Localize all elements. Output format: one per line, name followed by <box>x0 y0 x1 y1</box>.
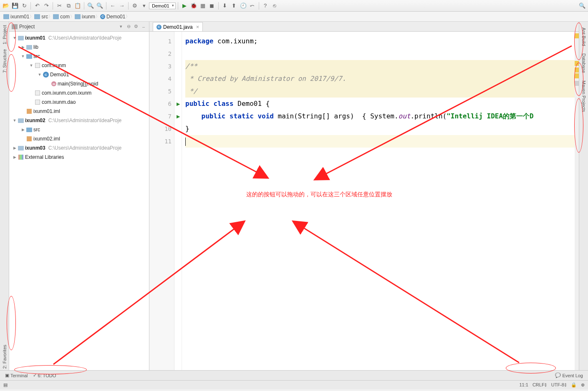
scroll-from-icon[interactable]: ▾ <box>118 24 124 30</box>
project-tree[interactable]: ▼ixunm01C:\Users\Administrator\IdeaProje… <box>9 32 149 370</box>
bc-project[interactable]: ixunm01 <box>2 13 33 20</box>
paste-icon[interactable]: 📋 <box>73 2 82 10</box>
run-gutter: ▶ ▶ <box>174 32 182 370</box>
run-line-icon[interactable]: ▶ <box>174 110 182 123</box>
tab-eventlog[interactable]: 💬Event Log <box>553 372 585 379</box>
collapse-icon[interactable]: ⊖ <box>126 24 131 30</box>
cut-icon[interactable]: ✂ <box>55 2 63 10</box>
status-bar: ▤ 11:1 CRLF‡ UTF-8‡ 🔒 ⊕ <box>0 380 588 389</box>
tab-file[interactable]: C Demo01.java × <box>153 22 203 31</box>
debug-icon[interactable]: 🐞 <box>189 2 198 10</box>
tab-terminal[interactable]: ▣Terminal <box>3 372 30 379</box>
vcs-push-icon[interactable]: ⬆ <box>230 2 238 10</box>
tree-src[interactable]: ▼src <box>9 52 149 61</box>
tree-ext[interactable]: ▶External Libraries <box>9 153 149 162</box>
tree-pkg1[interactable]: ▼com.ixunm <box>9 61 149 70</box>
tree-iml2[interactable]: ixunm02.iml <box>9 134 149 143</box>
open-icon[interactable]: 📂 <box>2 2 10 10</box>
undo-icon[interactable]: ↶ <box>33 2 41 10</box>
tree-root2[interactable]: ▼ixunm02C:\Users\Administrator\IdeaProje <box>9 116 149 125</box>
bc-ixunm[interactable]: ixunm <box>73 13 98 20</box>
forward-icon[interactable]: → <box>118 2 126 10</box>
gear-icon[interactable]: ⚙ <box>133 24 139 30</box>
hide-icon[interactable]: – <box>141 24 146 30</box>
close-icon[interactable]: × <box>196 24 199 30</box>
tree-src2[interactable]: ▶src <box>9 125 149 134</box>
coverage-icon[interactable]: ▦ <box>199 2 207 10</box>
line-separator[interactable]: CRLF‡ <box>532 382 547 388</box>
copy-icon[interactable]: ⧉ <box>64 2 73 10</box>
tab-ant[interactable]: Ant Build <box>580 26 587 48</box>
build-icon[interactable]: ⚙ <box>131 2 139 10</box>
save-icon[interactable]: 💾 <box>11 2 19 10</box>
revert-icon[interactable]: ⤺ <box>248 2 257 10</box>
terminal-icon: ▣ <box>5 373 9 378</box>
exit-icon[interactable]: ⎋ <box>270 2 279 10</box>
vcs-icon[interactable]: ⬇ <box>221 2 229 10</box>
tree-pkg2[interactable]: com.ixunm.com.ixunm <box>9 88 149 98</box>
replace-icon[interactable]: 🔍 <box>96 2 104 10</box>
tree-class[interactable]: ▼CDemo01 <box>9 70 149 79</box>
bc-com[interactable]: com <box>51 13 73 20</box>
tab-maven[interactable]: Maven Projects <box>580 79 587 114</box>
bc-src[interactable]: src <box>33 13 51 20</box>
tree-root1[interactable]: ▼ixunm01C:\Users\Administrator\IdeaProje <box>9 33 149 43</box>
tab-favorites[interactable]: 2: Favorites <box>1 343 8 370</box>
bottom-tool-strip: ▣Terminal ✓6: TODO 💬Event Log <box>0 370 588 380</box>
find-icon[interactable]: 🔍 <box>86 2 95 10</box>
editor-body[interactable]: 1 2 3 4 5 6 7 10 11 ▶ ▶ package com.ixun… <box>149 32 579 370</box>
back-icon[interactable]: ← <box>109 2 117 10</box>
project-panel-header: Project ▾ ⊖ ⚙ – <box>9 22 149 32</box>
editor-tabs: C Demo01.java × <box>149 22 579 32</box>
main-toolbar: 📂 💾 ↻ ↶ ↷ ✂ ⧉ 📋 🔍 🔍 ← → ⚙ ▾ Demo01 ▶ 🐞 ▦… <box>0 0 588 12</box>
editor-area: C Demo01.java × 1 2 3 4 5 6 7 10 11 ▶ ▶ <box>149 22 579 370</box>
tab-todo[interactable]: ✓6: TODO <box>30 372 59 379</box>
stop-icon[interactable]: ◼ <box>208 2 216 10</box>
left-tool-strip: 1: Project 7: Structure 2: Favorites <box>0 22 9 370</box>
lock-icon[interactable]: 🔒 <box>571 382 577 388</box>
run-config-combo[interactable]: Demo01 <box>149 3 176 9</box>
inspect-icon[interactable]: ⊕ <box>581 382 585 388</box>
run-line-icon[interactable]: ▶ <box>174 98 182 110</box>
breadcrumb: ixunm01 src com ixunm CDemo01 <box>0 12 588 22</box>
status-icon[interactable]: ▤ <box>3 382 8 388</box>
warning-stripe[interactable] <box>575 32 579 370</box>
todo-icon: ✓ <box>33 373 37 378</box>
tree-pkg3[interactable]: com.ixunm.dao <box>9 98 149 107</box>
right-tool-strip: Ant Build Database Maven Projects <box>579 22 588 370</box>
project-panel: Project ▾ ⊖ ⚙ – ▼ixunm01C:\Users\Adminis… <box>9 22 149 370</box>
line-gutter: 1 2 3 4 5 6 7 10 11 <box>149 32 174 370</box>
tree-iml1[interactable]: ixunm01.iml <box>9 107 149 116</box>
tab-database[interactable]: Database <box>580 52 587 75</box>
run-icon[interactable]: ▶ <box>180 2 189 10</box>
help-icon[interactable]: ? <box>261 2 270 10</box>
tab-label: Demo01.java <box>163 24 193 30</box>
project-panel-title: Project <box>19 24 35 30</box>
eventlog-icon: 💬 <box>555 373 561 378</box>
tree-method[interactable]: mmain(String[]):void <box>9 79 149 88</box>
add-config-icon[interactable]: ▾ <box>140 2 148 10</box>
search-everywhere-icon[interactable]: 🔍 <box>578 2 586 10</box>
tree-lib[interactable]: ▶lib <box>9 43 149 52</box>
redo-icon[interactable]: ↷ <box>42 2 50 10</box>
history-icon[interactable]: 🕘 <box>239 2 247 10</box>
tab-structure[interactable]: 7: Structure <box>1 48 8 75</box>
tree-root3[interactable]: ▶ixunm03C:\Users\Administrator\IdeaProje <box>9 143 149 153</box>
caret-position[interactable]: 11:1 <box>519 382 528 388</box>
bc-class[interactable]: CDemo01 <box>98 13 129 20</box>
code-content[interactable]: package com.ixunm; /** * Created by Admi… <box>182 32 579 370</box>
project-view-icon <box>12 24 18 29</box>
refresh-icon[interactable]: ↻ <box>20 2 28 10</box>
class-icon: C <box>156 25 162 30</box>
tab-project[interactable]: 1: Project <box>1 23 8 46</box>
encoding[interactable]: UTF-8‡ <box>551 382 567 388</box>
